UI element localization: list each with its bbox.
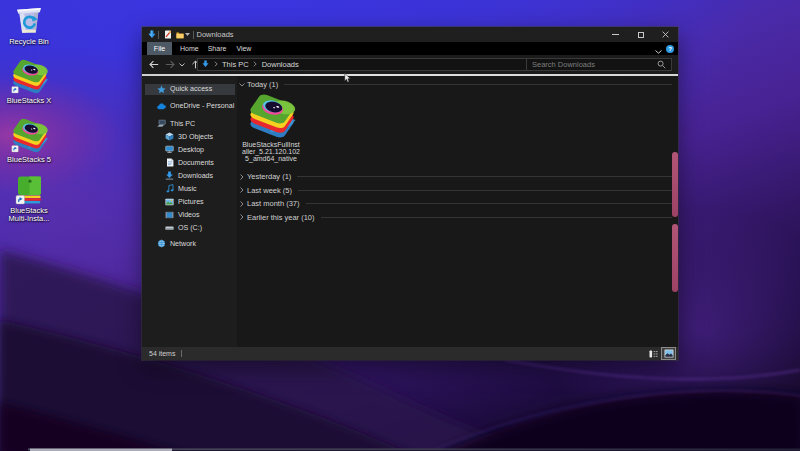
group-rule bbox=[321, 217, 672, 218]
recycle-bin-icon bbox=[13, 4, 45, 36]
file-item-bluestacks-installer[interactable]: BlueStacksFullInst aller_5.21.120.102 5_… bbox=[238, 92, 304, 162]
sidebar-item-label: Network bbox=[170, 240, 196, 248]
expand-group-icon[interactable] bbox=[237, 187, 247, 193]
sidebar-item-desktop[interactable]: Desktop bbox=[142, 144, 237, 155]
titlebar-separator bbox=[158, 31, 159, 39]
back-button[interactable] bbox=[149, 60, 159, 69]
sidebar-item-label: Documents bbox=[178, 159, 214, 167]
sidebar-item-label: Videos bbox=[178, 211, 200, 219]
file-name-label: BlueStacksFullInst aller_5.21.120.102 5_… bbox=[238, 142, 304, 162]
details-view-button[interactable] bbox=[646, 347, 661, 360]
breadcrumb-this-pc[interactable]: This PC bbox=[222, 60, 249, 69]
search-icon[interactable] bbox=[657, 60, 666, 69]
minimize-glyph bbox=[612, 34, 619, 35]
sidebar-item-onedrive[interactable]: OneDrive - Personal bbox=[142, 101, 237, 112]
tab-view[interactable]: View bbox=[236, 42, 251, 55]
bluestacks-5-icon bbox=[11, 117, 48, 154]
qat-properties-icon[interactable] bbox=[164, 30, 172, 39]
group-header-today[interactable]: Today (1) bbox=[237, 79, 672, 90]
expand-group-icon[interactable] bbox=[237, 174, 247, 180]
desktop-icon-bluestacks-multi[interactable]: BlueStacksMulti-Insta... bbox=[0, 175, 58, 223]
group-rule bbox=[306, 203, 672, 204]
breadcrumb-chevron bbox=[249, 61, 262, 67]
desktop-icon-label: BlueStacksMulti-Insta... bbox=[0, 207, 58, 223]
recent-locations-icon[interactable] bbox=[179, 63, 185, 67]
onedrive-cloud-icon bbox=[157, 102, 166, 111]
desktop-icon-label: BlueStacks X bbox=[0, 97, 58, 105]
desktop-icon-label-line: Multi-Insta... bbox=[9, 214, 50, 223]
collapse-group-icon[interactable] bbox=[237, 83, 247, 87]
sidebar-item-documents[interactable]: Documents bbox=[142, 157, 237, 168]
qat-new-folder-icon[interactable] bbox=[176, 31, 184, 39]
maximize-glyph bbox=[638, 32, 644, 38]
expand-group-icon[interactable] bbox=[237, 214, 247, 220]
sidebar-item-videos[interactable]: Videos bbox=[142, 209, 237, 220]
group-rule bbox=[298, 190, 672, 191]
downloads-folder-icon bbox=[148, 30, 156, 39]
sidebar-item-os-c[interactable]: OS (C:) bbox=[142, 222, 237, 233]
window-title: Downloads bbox=[197, 30, 234, 39]
sidebar-item-pictures[interactable]: Pictures bbox=[142, 196, 237, 207]
group-header-yesterday[interactable]: Yesterday (1) bbox=[237, 171, 672, 182]
group-rule bbox=[284, 84, 672, 85]
group-header-earlier-this-year[interactable]: Earlier this year (10) bbox=[237, 212, 672, 223]
view-toggle-buttons bbox=[646, 347, 676, 360]
desktop-icon-bluestacks-5[interactable]: BlueStacks 5 bbox=[0, 117, 58, 164]
music-icon bbox=[165, 184, 174, 193]
wallpaper-pink-streak-bottom bbox=[672, 224, 678, 292]
items-count: 54 items bbox=[149, 350, 175, 357]
desktop-icon-label: Recycle Bin bbox=[0, 38, 58, 46]
breadcrumb: This PC Downloads bbox=[209, 60, 299, 69]
group-header-last-month[interactable]: Last month (37) bbox=[237, 198, 672, 209]
window-controls bbox=[603, 27, 678, 42]
status-bar: 54 items bbox=[142, 347, 678, 360]
pictures-icon bbox=[165, 197, 174, 206]
window-content: Quick access OneDrive - Personal This PC… bbox=[142, 76, 678, 347]
expand-group-icon[interactable] bbox=[237, 201, 247, 207]
files-pane: Today (1) BlueStacksFullInst aller_5.21.… bbox=[237, 76, 678, 347]
sidebar-item-label: 3D Objects bbox=[178, 133, 213, 141]
tab-share[interactable]: Share bbox=[208, 42, 227, 55]
window-titlebar[interactable]: Downloads bbox=[142, 27, 678, 42]
address-folder-icon bbox=[202, 60, 209, 68]
navigation-bar: This PC Downloads Search Downloads bbox=[142, 55, 678, 74]
sidebar-item-this-pc[interactable]: This PC bbox=[142, 118, 237, 129]
thumbnail-view-button[interactable] bbox=[661, 347, 676, 360]
sidebar-item-network[interactable]: Network bbox=[142, 238, 237, 249]
group-label: Earlier this year (10) bbox=[247, 213, 321, 222]
navigation-pane: Quick access OneDrive - Personal This PC… bbox=[142, 76, 237, 347]
sidebar-item-3d-objects[interactable]: 3D Objects bbox=[142, 131, 237, 142]
drive-icon bbox=[165, 223, 174, 232]
maximize-button[interactable] bbox=[628, 27, 653, 42]
bluestacks-multi-instance-icon bbox=[15, 175, 44, 205]
videos-icon bbox=[165, 210, 174, 219]
breadcrumb-chevron bbox=[209, 61, 222, 67]
network-icon bbox=[157, 239, 166, 248]
sidebar-item-music[interactable]: Music bbox=[142, 183, 237, 194]
mouse-cursor bbox=[344, 73, 352, 84]
group-label: Yesterday (1) bbox=[247, 172, 297, 181]
desktop-icon-label: BlueStacks 5 bbox=[0, 156, 58, 164]
sidebar-item-label: Desktop bbox=[178, 146, 204, 154]
group-label: Today (1) bbox=[247, 80, 284, 89]
ribbon-tab-bar: File Home Share View ? bbox=[142, 42, 678, 55]
tab-file[interactable]: File bbox=[147, 42, 172, 55]
qat-dropdown-icon[interactable] bbox=[185, 33, 190, 36]
ribbon-right-controls: ? bbox=[655, 42, 674, 55]
group-label: Last week (5) bbox=[247, 186, 298, 195]
help-icon[interactable]: ? bbox=[666, 45, 674, 53]
desktop-icon-recycle-bin[interactable]: Recycle Bin bbox=[0, 4, 58, 46]
sidebar-item-label: Music bbox=[178, 185, 197, 193]
search-box[interactable]: Search Downloads bbox=[526, 58, 672, 72]
forward-button[interactable] bbox=[165, 60, 175, 69]
documents-icon bbox=[165, 158, 174, 167]
minimize-button[interactable] bbox=[603, 27, 628, 42]
desktop-icon-bluestacks-x[interactable]: BlueStacks X bbox=[0, 58, 58, 105]
status-separator bbox=[181, 350, 182, 357]
sidebar-item-quick-access[interactable]: Quick access bbox=[145, 84, 235, 95]
tab-home[interactable]: Home bbox=[180, 42, 199, 55]
sidebar-item-downloads[interactable]: Downloads bbox=[142, 170, 237, 181]
sidebar-item-label: This PC bbox=[170, 120, 195, 128]
breadcrumb-downloads[interactable]: Downloads bbox=[262, 60, 299, 69]
group-header-last-week[interactable]: Last week (5) bbox=[237, 185, 672, 196]
